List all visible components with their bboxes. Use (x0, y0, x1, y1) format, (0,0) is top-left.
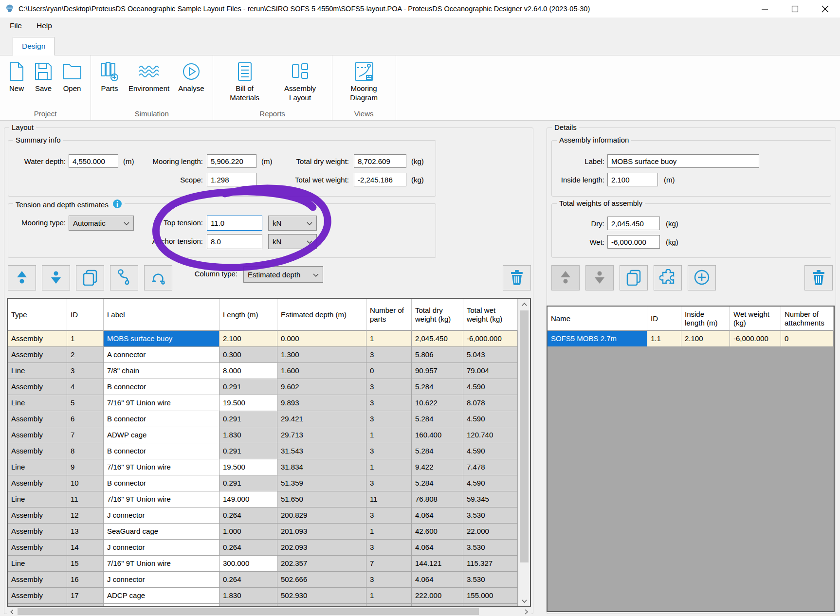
cell-estimated-depth[interactable] (277, 604, 366, 606)
cell-total-dry-weight[interactable]: 222.000 (412, 588, 463, 604)
cell-type[interactable]: Line (8, 363, 67, 379)
new-button[interactable]: New (4, 57, 29, 93)
layout-table-row[interactable]: Line97/16" 9T Union wire19.50031.83419.4… (8, 459, 518, 475)
cell-label[interactable]: ADWP cage (104, 427, 219, 443)
cell-inside-length[interactable]: 2.100 (681, 331, 730, 347)
layout-table-row[interactable]: Assembly16J connector0.264502.66634.0643… (8, 572, 518, 588)
cell-label[interactable]: SeaGuard cage (104, 524, 219, 540)
cell-length[interactable]: 149.000 (219, 491, 277, 507)
cell-total-wet-weight[interactable]: 4.590 (463, 411, 518, 427)
cell-id[interactable]: 11 (67, 491, 104, 507)
cell-total-dry-weight[interactable] (412, 604, 463, 606)
layout-table-row[interactable]: Assembly10B connector0.29151.35935.2844.… (8, 475, 518, 491)
cell-type[interactable]: Assembly (8, 347, 67, 363)
menu-help[interactable]: Help (37, 21, 52, 30)
layout-table-row[interactable]: Assembly14J connector0.264202.09334.0643… (8, 540, 518, 556)
add-line-button[interactable] (110, 265, 138, 290)
cell-id[interactable]: 12 (67, 507, 104, 524)
cell-total-dry-weight[interactable]: 144.121 (412, 556, 463, 572)
cell-id[interactable]: 3 (67, 363, 104, 379)
cell-type[interactable]: Assembly (8, 507, 67, 524)
mooring-type-dropdown[interactable]: Automatic (69, 216, 134, 231)
cell-id[interactable]: 1.1 (647, 331, 681, 347)
layout-table-row[interactable]: Line37/8" chain8.0001.600090.95779.004 (8, 363, 518, 379)
cell-total-wet-weight[interactable]: 8.078 (463, 395, 518, 411)
cell-estimated-depth[interactable]: 1.300 (277, 347, 366, 363)
cell-id[interactable]: 2 (67, 347, 104, 363)
cell-number-of-parts[interactable]: 0 (366, 363, 412, 379)
cell-id[interactable]: 4 (67, 379, 104, 395)
cell-number-of-parts[interactable]: 1 (366, 459, 412, 475)
bill-of-materials-button[interactable]: Bill of Materials (217, 57, 273, 103)
add-shackle-button[interactable] (144, 265, 172, 290)
scrollbar-thumb[interactable] (520, 310, 529, 562)
cell-number-of-attachments[interactable]: 0 (781, 331, 834, 347)
cell-number-of-parts[interactable]: 1 (366, 588, 412, 604)
cell-id[interactable]: 15 (67, 556, 104, 572)
cell-number-of-parts[interactable]: 3 (366, 475, 412, 491)
total-dry-weight-field[interactable]: 8,702.609 (354, 154, 406, 168)
cell-type[interactable]: Assembly (8, 572, 67, 588)
cell-total-dry-weight[interactable]: 2,045.450 (412, 331, 463, 347)
cell-number-of-parts[interactable]: 3 (366, 347, 412, 363)
cell-id[interactable]: 17 (67, 588, 104, 604)
cell-type[interactable]: Assembly (8, 443, 67, 459)
cell-estimated-depth[interactable]: 202.357 (277, 556, 366, 572)
layout-table-row[interactable]: Line117/16" 9T Union wire149.00051.65011… (8, 491, 518, 507)
cell-length[interactable]: 19.500 (219, 395, 277, 411)
cell-estimated-depth[interactable]: 51.359 (277, 475, 366, 491)
cell-id[interactable]: 10 (67, 475, 104, 491)
cell-total-dry-weight[interactable]: 5.806 (412, 347, 463, 363)
mooring-diagram-button[interactable]: Mooring Diagram (336, 57, 392, 103)
assembly-layout-button[interactable]: Assembly Layout (273, 57, 328, 103)
layout-table-row[interactable]: Assembly6B connector0.29129.42135.2844.5… (8, 411, 518, 427)
cell-estimated-depth[interactable]: 9.893 (277, 395, 366, 411)
cell-estimated-depth[interactable]: 201.093 (277, 524, 366, 540)
scroll-down-icon[interactable] (518, 596, 530, 606)
cell-estimated-depth[interactable]: 29.421 (277, 411, 366, 427)
scroll-up-icon[interactable] (518, 299, 530, 309)
cell-id[interactable]: 7 (67, 427, 104, 443)
add-component-button[interactable] (654, 265, 682, 290)
cell-id[interactable] (67, 604, 104, 606)
info-icon[interactable] (112, 199, 122, 210)
cell-label[interactable]: 7/16" 9T Union wire (104, 556, 219, 572)
cell-estimated-depth[interactable]: 200.829 (277, 507, 366, 524)
assembly-label-field[interactable]: MOBS surface buoy (607, 154, 759, 168)
cell-type[interactable]: Line (8, 459, 67, 475)
cell-type[interactable]: Line (8, 395, 67, 411)
layout-table-row[interactable]: Assembly13SeaGuard cage1.000201.093142.6… (8, 524, 518, 540)
cell-number-of-parts[interactable]: 3 (366, 540, 412, 556)
details-table-row[interactable]: SOFS5 MOBS 2.7m1.12.100-6,000.0000 (548, 331, 834, 347)
open-button[interactable]: Open (57, 57, 87, 93)
cell-label[interactable]: 7/16" 9T Union wire (104, 459, 219, 475)
move-up-button-disabled[interactable] (551, 265, 580, 290)
cell-length[interactable]: 1.000 (219, 524, 277, 540)
cell-number-of-parts[interactable]: 1 (366, 427, 412, 443)
cell-total-wet-weight[interactable]: 115.327 (463, 556, 518, 572)
cell-label[interactable]: 7/16" 9T Union wire (104, 491, 219, 507)
delete-part-button[interactable] (503, 265, 531, 290)
layout-table-row[interactable] (8, 604, 518, 606)
cell-id[interactable]: 16 (67, 572, 104, 588)
layout-table-row[interactable]: Assembly8B connector0.29131.54335.2844.5… (8, 443, 518, 459)
cell-id[interactable]: 13 (67, 524, 104, 540)
cell-number-of-parts[interactable]: 7 (366, 556, 412, 572)
layout-table-row[interactable]: Assembly4B connector0.2919.60235.2844.59… (8, 379, 518, 395)
cell-estimated-depth[interactable]: 31.834 (277, 459, 366, 475)
cell-total-wet-weight[interactable]: 59.345 (463, 491, 518, 507)
cell-total-wet-weight[interactable]: 79.004 (463, 363, 518, 379)
save-button[interactable]: Save (29, 57, 57, 93)
inside-length-field[interactable]: 2.100 (607, 173, 658, 186)
menu-file[interactable]: File (10, 21, 22, 30)
move-down-button-disabled[interactable] (585, 265, 614, 290)
scrollbar-thumb[interactable] (18, 608, 479, 615)
scroll-left-icon[interactable] (7, 607, 17, 616)
cell-total-wet-weight[interactable]: 3.530 (463, 507, 518, 524)
layout-table-row[interactable]: Assembly1MOBS surface buoy2.1000.00012,0… (8, 331, 518, 347)
mooring-length-field[interactable]: 5,906.220 (207, 154, 256, 168)
cell-estimated-depth[interactable]: 0.000 (277, 331, 366, 347)
cell-id[interactable]: 14 (67, 540, 104, 556)
cell-label[interactable] (104, 604, 219, 606)
analyse-button[interactable]: Analyse (174, 57, 208, 93)
